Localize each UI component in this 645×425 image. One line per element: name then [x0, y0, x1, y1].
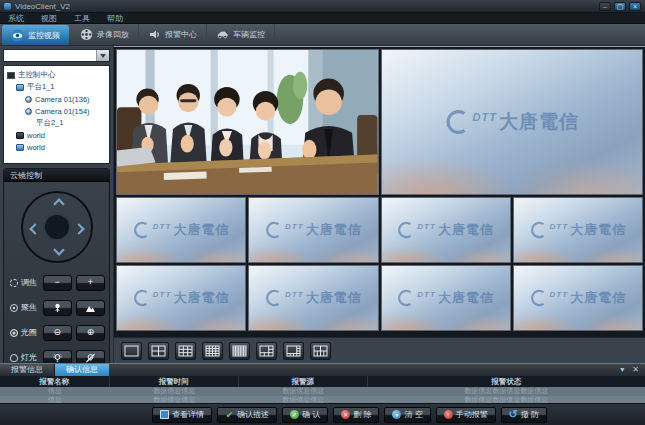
clear-icon: ▾ — [392, 410, 401, 419]
tab-label: 报警中心 — [165, 29, 197, 40]
datang-telecom-logo: DTT 大唐電信 — [397, 289, 494, 307]
layout-16-window-button[interactable] — [202, 342, 223, 360]
minimize-button[interactable]: – — [599, 2, 611, 11]
collapse-panel-icon[interactable]: ▾ — [620, 364, 624, 376]
dpad-down-icon[interactable] — [53, 244, 64, 255]
tree-item[interactable]: 平台2_1 — [5, 117, 108, 129]
view-details-button[interactable]: 查看详情 — [152, 407, 212, 423]
dpad-up-icon[interactable] — [53, 198, 64, 209]
video-cell-idle[interactable]: DTT 大唐電信 — [116, 197, 246, 263]
window-title: VideoClient_V2 — [15, 2, 70, 11]
tab-alarm-info[interactable]: 报警信息 — [0, 364, 55, 376]
ptz-row-label: 光圈 — [21, 327, 39, 338]
layout-bar — [114, 337, 645, 363]
ptz-row-label: 调焦 — [21, 277, 39, 288]
tab-confirm-info[interactable]: 确认信息 — [55, 364, 109, 376]
button-label: 确 认 — [302, 409, 320, 420]
manual-alarm-button[interactable]: ! 手动报警 — [436, 407, 496, 423]
tree-item[interactable]: Camera 01(136) — [5, 93, 108, 105]
alarm-column-header: 报警时间 — [110, 376, 239, 387]
focus-far-button[interactable] — [76, 300, 105, 316]
details-icon — [160, 410, 169, 419]
layout-9-window-button[interactable] — [175, 342, 196, 360]
iris-icon — [10, 329, 18, 337]
confirm-description-button[interactable]: ✔ 确认描述 — [217, 407, 277, 423]
layout-1-window-button[interactable] — [121, 342, 142, 360]
layout-10-window-button[interactable] — [310, 342, 331, 360]
dpad-center[interactable] — [43, 213, 71, 241]
alarm-column-header: 报警状态 — [368, 376, 645, 387]
button-label: 手动报警 — [456, 409, 488, 420]
confirm-button[interactable]: ✔ 确 认 — [282, 407, 328, 423]
light-off-button[interactable] — [76, 350, 105, 364]
layout-4-window-button[interactable] — [148, 342, 169, 360]
layout-6-window-button[interactable] — [256, 342, 277, 360]
dpad-right-icon[interactable] — [73, 223, 84, 234]
logo-abbr: DTT — [153, 222, 172, 231]
logo-name: 大唐電信 — [499, 109, 579, 135]
menu-tools[interactable]: 工具 — [74, 13, 90, 24]
iris-close-button[interactable]: ⊖ — [43, 325, 72, 341]
close-button[interactable]: × — [629, 2, 641, 11]
eye-icon — [11, 29, 24, 42]
ptz-row-focus: 聚焦 — [4, 295, 109, 320]
light-on-button[interactable] — [43, 350, 72, 364]
logo-arc-icon — [445, 109, 471, 135]
tree-item[interactable]: 主控制中心 — [5, 69, 108, 81]
video-cell-idle[interactable]: DTT 大唐電信 — [381, 197, 511, 263]
mountain-far-icon — [85, 303, 96, 313]
video-area: DTT 大唐電信 DTT 大唐電信 DTT 大唐電信 DTT 大唐電信 — [114, 46, 645, 363]
tab-playback[interactable]: 录像回放 — [71, 24, 139, 45]
tree-item[interactable]: Camera 01(154) — [5, 105, 108, 117]
ptz-dpad[interactable] — [21, 191, 93, 263]
dpad-left-icon[interactable] — [29, 223, 40, 234]
app-icon — [4, 3, 11, 10]
alarm-tabs: 报警信息 确认信息 ▾ ✕ — [0, 364, 645, 376]
menu-help[interactable]: 帮助 — [107, 13, 123, 24]
layout-25-window-button[interactable] — [229, 342, 250, 360]
circle-minus-icon: ⊖ — [53, 326, 61, 339]
alarm-column-header: 报警名称 — [0, 376, 110, 387]
clear-button[interactable]: ▾ 清 空 — [384, 407, 430, 423]
tab-live-video[interactable]: 监控视频 — [2, 25, 69, 45]
datang-telecom-logo: DTT 大唐電信 — [445, 109, 579, 135]
chevron-down-icon[interactable] — [96, 50, 109, 61]
logo-arc-icon — [133, 221, 151, 239]
close-panel-icon[interactable]: ✕ — [632, 364, 639, 376]
zoom-in-button[interactable]: + — [76, 275, 105, 291]
logo-arc-icon — [530, 289, 548, 307]
tree-item[interactable]: world — [5, 141, 108, 153]
menu-system[interactable]: 系统 — [8, 13, 24, 24]
video-cell-idle[interactable]: DTT 大唐電信 — [248, 197, 378, 263]
video-cell-idle[interactable]: DTT 大唐電信 — [513, 265, 643, 331]
disarm-icon: ↺ — [509, 410, 518, 419]
alarm-column-header: 报警源 — [239, 376, 368, 387]
video-cell-idle[interactable]: DTT 大唐電信 — [116, 265, 246, 331]
focus-target-icon — [10, 304, 18, 312]
menu-view[interactable]: 视图 — [41, 13, 57, 24]
tree-item[interactable]: world — [5, 129, 108, 141]
video-cell-idle[interactable]: DTT 大唐電信 — [513, 197, 643, 263]
speaker-icon — [148, 28, 161, 41]
video-cell-idle[interactable]: DTT 大唐電信 — [381, 49, 644, 195]
video-cell-live[interactable] — [116, 49, 379, 195]
zoom-out-button[interactable]: − — [43, 275, 72, 291]
nav-tabbar: 监控视频 录像回放 报警中心 车辆监控 — [0, 24, 645, 46]
tree-item[interactable]: 平台1_1 — [5, 81, 108, 93]
alarm-table-row[interactable]: 信息数据信息信息数据信息信息数据信息数据信息数据信息 — [0, 387, 645, 396]
disarm-button[interactable]: ↺ 撤 防 — [501, 407, 547, 423]
iris-open-button[interactable]: ⊕ — [76, 325, 105, 341]
device-filter-select[interactable] — [3, 49, 110, 62]
control-center-icon — [7, 72, 15, 79]
datang-telecom-logo: DTT 大唐電信 — [133, 289, 230, 307]
tab-vehicle-monitor[interactable]: 车辆监控 — [207, 24, 275, 45]
tab-alarm-center[interactable]: 报警中心 — [139, 24, 207, 45]
video-cell-idle[interactable]: DTT 大唐電信 — [248, 265, 378, 331]
focus-near-button[interactable] — [43, 300, 72, 316]
logo-abbr: DTT — [285, 222, 304, 231]
logo-arc-icon — [397, 221, 415, 239]
maximize-button[interactable]: ▢ — [614, 2, 626, 11]
delete-button[interactable]: ✕ 删 除 — [333, 407, 379, 423]
layout-8-window-button[interactable] — [283, 342, 304, 360]
video-cell-idle[interactable]: DTT 大唐電信 — [381, 265, 511, 331]
